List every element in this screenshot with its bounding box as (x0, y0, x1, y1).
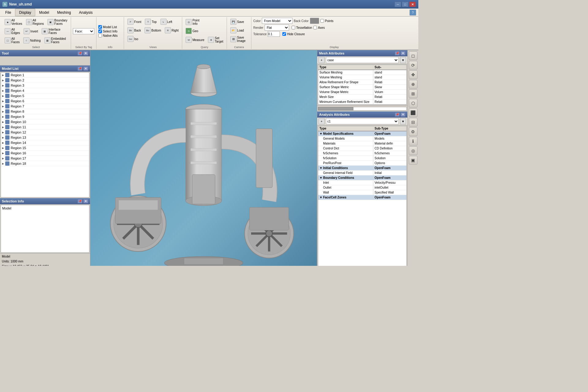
sel-info-close-btn[interactable]: ✕ (83, 199, 88, 203)
menu-model[interactable]: Model (35, 9, 53, 16)
list-item[interactable]: ▶Region 1 (1, 73, 89, 78)
menu-display[interactable]: Display (15, 9, 35, 16)
mesh-add-btn[interactable]: + (318, 57, 325, 63)
list-item[interactable]: ▶Region 6 (1, 99, 89, 104)
rt-btn-9[interactable]: ⚙ (409, 127, 417, 136)
rt-btn-3[interactable]: ✥ (409, 70, 417, 79)
mesh-attr-table[interactable]: Type Sub- Surface Meshing stand Volume M… (318, 65, 407, 105)
list-item[interactable]: ▶Region 15 (1, 145, 89, 151)
all-regions-btn[interactable]: ⬡ AllRegions (24, 18, 46, 26)
list-item[interactable]: ▶Region 7 (1, 104, 89, 109)
model-list-pin-btn[interactable]: 📌 (77, 66, 82, 71)
color-dropdown[interactable]: From Model (262, 18, 292, 24)
table-row[interactable]: Materials Material defin (318, 141, 406, 146)
point-info-btn[interactable]: ◎ PointInfo (184, 18, 201, 26)
table-row[interactable]: Pre/Run/Post Options (318, 161, 406, 166)
native-atts-checkbox[interactable] (98, 34, 102, 37)
save-camera-btn[interactable]: 💾 Save (229, 18, 246, 26)
back-btn[interactable]: Bk Back (126, 26, 142, 34)
table-row[interactable]: Surface Meshing stand (318, 70, 406, 75)
tool-close-btn[interactable]: ✕ (83, 51, 88, 55)
table-row[interactable]: Surface Shape Metric Skew (318, 85, 406, 90)
iso-btn[interactable]: Iso Iso (126, 35, 140, 43)
render-dropdown[interactable]: Flat Smooth (265, 24, 289, 31)
rt-btn-1[interactable]: ◻ (409, 51, 417, 60)
rt-btn-7[interactable]: ⬛ (409, 108, 417, 117)
tool-pin-btn[interactable]: 📌 (77, 51, 82, 55)
top-btn[interactable]: T Top (143, 18, 158, 26)
tessellation-checkbox[interactable] (292, 26, 295, 29)
rt-btn-4[interactable]: ⊕ (409, 80, 417, 89)
table-row[interactable]: Minimum Curvature Refinement Size Relati (318, 100, 406, 104)
analysis-pin-btn[interactable]: 📌 (395, 112, 400, 117)
right-btn[interactable]: R Right (163, 26, 180, 34)
nothing-btn[interactable]: ○ Nothing (22, 36, 42, 44)
table-row[interactable]: Wall Specified Wall (318, 190, 406, 195)
set-target-btn[interactable]: ⊕ SetTarget (206, 36, 225, 44)
tag-dropdown[interactable]: Face: Edge: Vertex: (73, 28, 94, 34)
menu-file[interactable]: File (1, 9, 15, 16)
analysis-add-btn[interactable]: + (318, 118, 325, 124)
save-image-btn[interactable]: 🖼 SaveImage (229, 35, 247, 43)
table-row[interactable]: General Models Models (318, 136, 406, 141)
analysis-filter-btn[interactable]: ▼ (400, 118, 406, 124)
table-row[interactable]: Volume Shape Metric Volum (318, 90, 406, 95)
model-list-close-btn[interactable]: ✕ (83, 66, 88, 71)
hide-closure-checkbox[interactable] (282, 32, 286, 36)
list-item[interactable]: ▶Region 5 (1, 93, 89, 99)
help-button[interactable]: ? (409, 9, 416, 16)
mesh-close-btn[interactable]: ✕ (401, 51, 405, 55)
list-item[interactable]: ▶Region 16 (1, 151, 89, 156)
rt-btn-12[interactable]: ▣ (409, 156, 417, 164)
menu-analysis[interactable]: Analysis (75, 9, 97, 16)
list-item[interactable]: ▶Region 17 (1, 156, 89, 161)
geo-btn[interactable]: G Geo (184, 27, 200, 35)
table-row[interactable]: ▼ Model Specifications OpenFoam (318, 131, 406, 136)
minimize-button[interactable]: ─ (394, 2, 401, 7)
rt-btn-2[interactable]: ⟳ (409, 61, 417, 70)
model-list-content[interactable]: ▶Region 1 ▶Region 2 ▶Region 3 ▶Region 4 … (1, 72, 89, 198)
list-item[interactable]: ▶Region 13 (1, 135, 89, 140)
table-row[interactable]: Volume Meshing stand (318, 75, 406, 80)
sel-info-pin-btn[interactable]: 📌 (77, 199, 82, 203)
table-row[interactable]: Inlet Velocity/Pressu (318, 180, 406, 185)
mesh-pin-btn[interactable]: 📌 (395, 51, 400, 55)
analysis-dropdown[interactable]: c1 (326, 118, 399, 124)
table-row[interactable]: Mesh Size Relati (318, 95, 406, 100)
load-camera-btn[interactable]: 📂 Load (229, 26, 245, 34)
tolerance-input[interactable] (268, 31, 280, 37)
list-item[interactable]: ▶Region 14 (1, 140, 89, 145)
list-item[interactable]: ▶Region 12 (1, 130, 89, 135)
all-edges-btn[interactable]: ─ AllEdges (3, 27, 21, 36)
mesh-filter-btn[interactable]: ▼ (400, 57, 406, 63)
model-list-checkbox[interactable] (98, 25, 102, 29)
list-item[interactable]: ▶Region 11 (1, 125, 89, 130)
embedded-faces-btn[interactable]: ▩ EmbeddedFaces (43, 36, 67, 45)
list-item[interactable]: ▶Region 10 (1, 119, 89, 125)
list-item[interactable]: ▶Region 9 (1, 114, 89, 119)
rt-btn-5[interactable]: ⊞ (409, 89, 417, 98)
points-checkbox[interactable] (320, 19, 324, 23)
list-item[interactable]: ▶Region 4 (1, 88, 89, 93)
rt-btn-6[interactable]: ⬡ (409, 99, 417, 107)
table-row[interactable]: fvSchemes fvSchemes (318, 151, 406, 156)
table-row[interactable]: ▼ Initial Conditions OpenFoam (318, 166, 406, 171)
viewport-3d[interactable] (90, 50, 317, 266)
all-vertices-btn[interactable]: ● AllVertices (3, 18, 24, 26)
list-item[interactable]: ▶Region 8 (1, 109, 89, 114)
select-info-checkbox[interactable] (98, 29, 102, 33)
mesh-dropdown[interactable]: case (326, 57, 399, 63)
list-item[interactable]: ▶Region 18 (1, 161, 89, 166)
list-item[interactable]: ▶Region 3 (1, 83, 89, 88)
interface-faces-btn[interactable]: ▦ InterfaceFaces (40, 27, 62, 36)
maximize-button[interactable]: □ (402, 2, 409, 7)
measure-btn[interactable]: M Measure (184, 36, 206, 44)
left-btn[interactable]: L Left (159, 18, 174, 26)
rt-btn-10[interactable]: ℹ (409, 137, 417, 145)
table-row[interactable]: ▼ Face/Cell Zones OpenFoam (318, 195, 406, 200)
list-item[interactable]: ▶Region 2 (1, 78, 89, 83)
table-row[interactable]: ▼ Boundary Conditions OpenFoam (318, 175, 406, 180)
mesh-scrollbar[interactable] (317, 105, 407, 111)
rt-btn-8[interactable]: ⊟ (409, 118, 417, 126)
axes-checkbox[interactable] (313, 26, 317, 29)
